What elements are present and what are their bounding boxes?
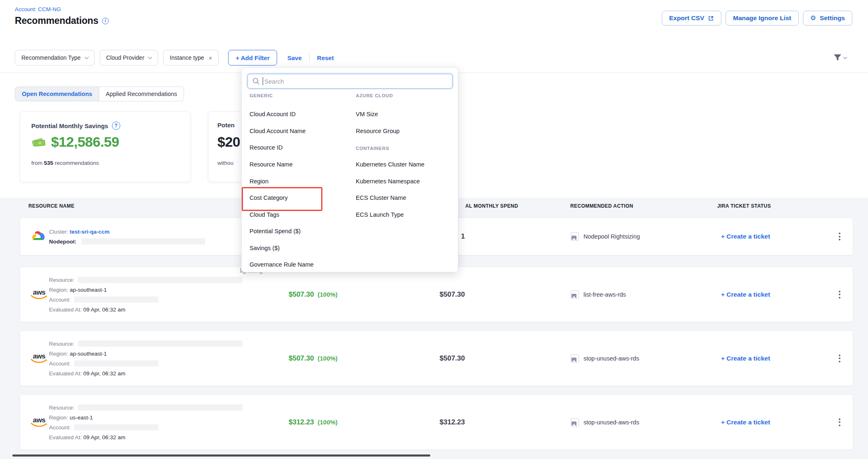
filter-chip-label: Recommendation Type (21, 54, 81, 61)
save-filter-button[interactable]: Save (287, 54, 302, 61)
monthly-spend-value: $507.30 (412, 354, 465, 363)
row-menu-button[interactable] (837, 353, 842, 364)
savings-percent: (100%) (317, 419, 337, 426)
filter-option-cost-category[interactable]: Cost Category (250, 194, 288, 201)
potential-savings-cell: $507.30 (100%) (289, 290, 338, 299)
aws-logo-text: aws (33, 417, 46, 422)
cluster-label: Cluster: (49, 229, 68, 235)
filter-option-kubernetes-cluster-name[interactable]: Kubernetes Cluster Name (356, 161, 425, 168)
close-icon[interactable]: × (209, 55, 212, 61)
filter-panel-toggle[interactable] (833, 54, 847, 61)
evaluated-at-label: Evaluated At: (49, 370, 82, 376)
create-ticket-link[interactable]: + Create a ticket (721, 355, 770, 362)
table-row[interactable]: aws Resource: Region: us-east-1 Account:… (20, 394, 853, 450)
filter-option-governance-rule-name[interactable]: Governance Rule Name (250, 261, 314, 268)
broken-image-icon (571, 232, 579, 241)
filter-option-region[interactable]: Region (250, 178, 268, 185)
region-value: ap-southeast-1 (70, 286, 107, 293)
broken-image-icon (571, 354, 579, 363)
filter-option-cloud-tags[interactable]: Cloud Tags (250, 211, 279, 218)
evaluated-at-value: 09 Apr, 06:32 am (83, 370, 125, 376)
redacted-value (74, 360, 159, 366)
filter-option-resource-id[interactable]: Resource ID (250, 144, 283, 151)
region-value: ap-southeast-1 (70, 350, 107, 356)
create-ticket-link[interactable]: + Create a ticket (721, 291, 770, 298)
spend-value-fragment: $20 (217, 134, 240, 150)
aws-logo-icon: aws (30, 353, 48, 363)
recommended-action-label: Nodepool Rightsizing (583, 233, 640, 240)
account-label: Account: (49, 360, 71, 366)
resource-info: Cluster: test-sri-qa-ccm Nodepool: (49, 229, 205, 245)
monthly-spend-value: $312.23 (412, 418, 465, 426)
filter-bar: Recommendation Type Cloud Provider Insta… (15, 50, 334, 66)
aws-logo-icon: aws (30, 289, 48, 300)
table-row[interactable]: aws Resource: Region: ap-southeast-1 Acc… (20, 267, 853, 322)
manage-ignore-list-button[interactable]: Manage Ignore List (726, 11, 798, 26)
row-menu-button[interactable] (837, 417, 842, 428)
filter-option-vm-size[interactable]: VM Size (356, 111, 378, 117)
settings-button[interactable]: ⚙ Settings (803, 11, 853, 26)
filter-option-potential-spend[interactable]: Potential Spend ($) (250, 228, 301, 234)
create-ticket-link[interactable]: + Create a ticket (721, 419, 770, 426)
resource-label: Resource: (49, 340, 75, 347)
text-caret (263, 77, 263, 85)
column-header-monthly-spend-partial: AL MONTHLY SPEND (465, 203, 518, 209)
tab-applied-recommendations[interactable]: Applied Recommendations (99, 87, 184, 101)
filter-chip-instance-type[interactable]: Instance type × (163, 50, 219, 66)
breadcrumb[interactable]: Account: CCM-NG (15, 6, 61, 12)
section-header-azure-cloud: AZURE CLOUD (356, 93, 393, 98)
savings-percent: (100%) (317, 355, 337, 362)
card-title: Potential Monthly Savings (31, 122, 108, 129)
add-filter-button[interactable]: + Add Filter (228, 50, 277, 66)
filter-option-savings[interactable]: Savings ($) (250, 245, 280, 251)
export-csv-button[interactable]: Export CSV (662, 11, 721, 26)
filter-option-resource-name[interactable]: Resource Name (250, 161, 293, 168)
region-value: us-east-1 (70, 414, 93, 420)
filter-chip-recommendation-type[interactable]: Recommendation Type (15, 50, 95, 66)
cluster-name-link[interactable]: test-sri-qa-ccm (70, 229, 110, 235)
filter-option-cloud-account-name[interactable]: Cloud Account Name (250, 128, 306, 134)
evaluated-at-value: 09 Apr, 06:32 am (83, 434, 125, 440)
filter-option-resource-group[interactable]: Resource Group (356, 128, 399, 134)
tab-open-recommendations[interactable]: Open Recommendations (15, 87, 99, 101)
redacted-value (74, 296, 159, 302)
aws-logo-icon: aws (30, 417, 48, 427)
search-input[interactable] (247, 74, 453, 89)
savings-value: $12,586.59 (51, 134, 119, 150)
reset-filter-button[interactable]: Reset (317, 54, 334, 61)
resource-info: Resource: Region: ap-southeast-1 Account… (49, 340, 243, 376)
redacted-value (74, 424, 159, 430)
recommended-action-cell: Nodepool Rightsizing (571, 232, 640, 241)
broken-image-icon (571, 290, 579, 299)
recommended-action-label: stop-unused-aws-rds (583, 355, 639, 362)
filter-option-ecs-cluster-name[interactable]: ECS Cluster Name (356, 194, 406, 201)
resource-info: Resource: Region: us-east-1 Account: Eva… (49, 404, 243, 440)
recommended-action-cell: stop-unused-aws-rds (571, 354, 639, 363)
filter-chip-cloud-provider[interactable]: Cloud Provider (100, 50, 159, 66)
filter-option-kubernetes-namespace[interactable]: Kubernetes Namespace (356, 178, 420, 185)
chevron-down-icon (843, 55, 847, 59)
column-header-jira-ticket-status: JIRA TICKET STATUS (717, 203, 771, 209)
filter-option-ecs-launch-type[interactable]: ECS Launch Type (356, 211, 404, 218)
table-row[interactable]: aws Resource: Region: ap-southeast-1 Acc… (20, 330, 853, 386)
divider (309, 54, 310, 62)
question-icon[interactable]: ? (112, 122, 120, 130)
evaluated-at-value: 09 Apr, 06:32 am (83, 306, 125, 312)
create-ticket-link[interactable]: + Create a ticket (721, 233, 770, 240)
money-icon (31, 136, 47, 148)
row-menu-button[interactable] (837, 289, 842, 300)
redacted-value (82, 239, 205, 245)
info-icon[interactable]: i (102, 18, 109, 24)
savings-amount: $507.30 (289, 354, 314, 363)
page-title: Recommendations (15, 15, 98, 26)
row-menu-button[interactable] (837, 231, 842, 242)
monthly-spend-value: $507.30 (412, 290, 465, 299)
recommendations-page: Account: CCM-NG Recommendations i Export… (0, 0, 868, 459)
region-label: Region: (49, 350, 68, 356)
section-header-containers: CONTAINERS (356, 146, 389, 151)
evaluated-at-label: Evaluated At: (49, 306, 82, 312)
filter-option-cloud-account-id[interactable]: Cloud Account ID (250, 111, 296, 117)
horizontal-scrollbar[interactable] (12, 454, 430, 457)
potential-monthly-savings-card: Potential Monthly Savings ? $12,586.59 f… (20, 111, 191, 182)
resource-label: Resource: (49, 404, 75, 410)
